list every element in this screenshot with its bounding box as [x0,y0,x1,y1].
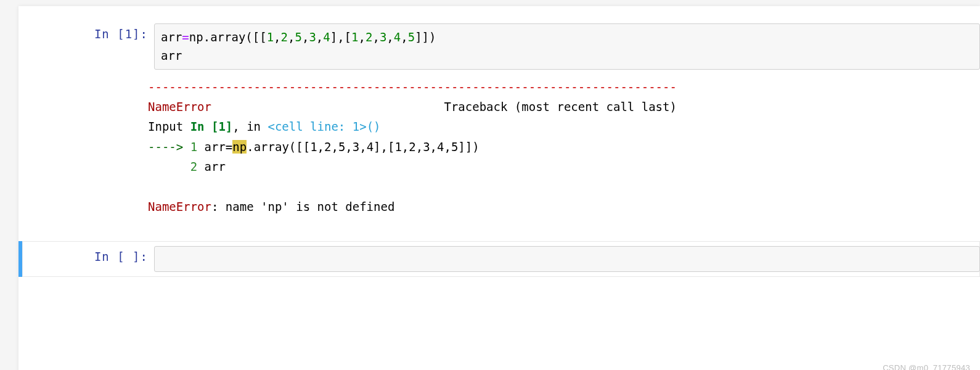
notebook: In [1]: arr=np.array([[1,2,5,3,4],[1,2,3… [18,6,980,370]
traceback-lineno: 1 [190,140,197,154]
traceback-lineno: 2 [190,160,197,173]
code-token: , [274,30,280,44]
traceback-output: ----------------------------------------… [148,77,980,216]
output-cell-1: ----------------------------------------… [18,75,980,223]
output-prompt-spacer [18,77,148,216]
code-token: 1 [267,30,274,44]
code-token: 3 [380,30,386,44]
traceback-line: Input [148,120,190,133]
error-name: NameError [148,200,211,213]
code-token: np [189,30,203,44]
code-token: , [288,30,295,44]
code-token: 1 [351,30,358,44]
traceback-code: arr [197,160,226,173]
code-token: arr [161,49,182,62]
code-token: , [386,30,393,44]
code-token: 5 [408,30,415,44]
traceback-separator: ----------------------------------------… [148,80,677,94]
input-prompt-2: In [ ]: [22,246,154,272]
traceback-highlight: np [232,140,247,154]
traceback-cell-link: <cell line: 1> [267,120,366,133]
traceback-line: () [367,120,381,133]
code-token: 2 [365,30,372,44]
code-token: . [203,30,210,44]
traceback-label: Traceback (most recent call last) [444,100,677,113]
traceback-arrow: ----> [148,140,190,154]
input-prompt-1: In [1]: [18,23,154,70]
code-token: 3 [309,30,316,44]
code-token: 4 [394,30,401,44]
watermark: CSDN @m0_71775943 [883,363,970,370]
code-token: 2 [281,30,288,44]
code-token: , [359,30,365,44]
code-token: , [302,30,309,44]
code-token: = [182,30,189,44]
code-cell-2[interactable]: In [ ]: [18,241,980,277]
code-cell-1[interactable]: In [1]: arr=np.array([[1,2,5,3,4],[1,2,3… [18,18,980,75]
error-message: : name 'np' is not defined [211,200,394,213]
code-token: ([[ [245,30,266,44]
code-input-1[interactable]: arr=np.array([[1,2,5,3,4],[1,2,3,4,5]]) … [154,23,980,70]
code-token: ]]) [415,30,436,44]
code-token: 5 [295,30,301,44]
code-input-2[interactable] [154,246,980,272]
traceback-line: In [1] [190,120,233,133]
code-token: , [316,30,323,44]
code-token: , [401,30,407,44]
traceback-code: arr= [197,140,232,154]
code-token: array [210,30,245,44]
code-token: arr [161,30,182,44]
error-name: NameError [148,100,211,113]
traceback-code: .array([[1,2,5,3,4],[1,2,3,4,5]]) [247,140,480,154]
traceback-line: , in [232,120,267,133]
code-token: 4 [323,30,330,44]
code-token: ],[ [330,30,351,44]
code-token: , [372,30,379,44]
